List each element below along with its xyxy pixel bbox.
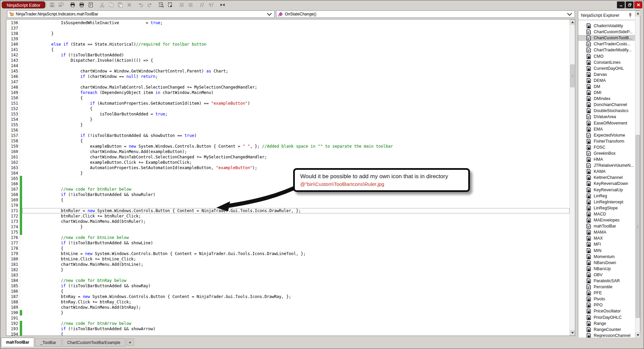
code-line[interactable]: 173 chartWindow.MainMenu.Add(btnRuler); [6, 219, 570, 224]
explorer-item[interactable]: HMA [578, 156, 635, 162]
code-line[interactable]: 136 IsSuspendedWhileInactive = true; [6, 20, 570, 26]
explorer-item[interactable]: Percentile [578, 284, 635, 290]
explorer-item[interactable]: PPO [578, 302, 635, 308]
code-line[interactable]: 177 if (!isToolBarButtonAdded && showLin… [6, 240, 570, 246]
code-line[interactable]: 191 [6, 315, 570, 321]
explorer-item[interactable]: EMA [578, 126, 635, 132]
code-line[interactable]: 156 [6, 128, 570, 133]
code-line[interactable]: 188 btnRay.Click += btnRay_Click; [6, 299, 570, 305]
add-tab-button[interactable]: + [126, 339, 134, 346]
page-setup-button[interactable] [87, 1, 94, 8]
explorer-item[interactable]: ChartCustomToolB... [578, 35, 635, 41]
code-line[interactable]: 144 [6, 63, 570, 68]
explorer-scrollbar-thumb[interactable] [636, 135, 640, 318]
explorer-item[interactable]: RangeCounter [578, 327, 635, 333]
editor-scrollbar-thumb[interactable] [570, 64, 575, 87]
explorer-item[interactable]: ChartCustomSideP... [578, 29, 635, 35]
comment-button[interactable] [198, 1, 206, 8]
explorer-item[interactable]: NBarsDown [578, 260, 635, 266]
close-button[interactable] [634, 1, 642, 8]
code-line[interactable]: 186 { [6, 289, 570, 294]
explorer-item[interactable]: ConstantLines [578, 59, 635, 65]
compile-run-button[interactable] [166, 1, 174, 8]
code-line[interactable]: 143 Dispatcher.Invoke((Action)(() => { [6, 58, 570, 63]
code-line[interactable]: 165 [6, 176, 570, 181]
redo-button[interactable] [146, 1, 153, 8]
code-line[interactable]: 157 if (!isToolBarButtonAdded && showbut… [6, 133, 570, 138]
explorer-item[interactable]: ChartTraderCusto... [578, 41, 635, 47]
explorer-item[interactable]: DEMA [578, 78, 635, 84]
explorer-item[interactable]: KAMA [578, 168, 635, 174]
code-line[interactable]: 180 btnLine.Click += btnLine_Click; [6, 256, 570, 262]
compile-button[interactable] [219, 1, 226, 8]
maximize-button[interactable] [626, 1, 634, 8]
save-button[interactable] [48, 1, 56, 8]
code-line[interactable]: 162 exampleButton.Click += ExampleButton… [6, 160, 570, 165]
explorer-item[interactable]: Momentum [578, 254, 635, 260]
code-line[interactable]: 161 chartWindow.MainTabControl.Selection… [6, 154, 570, 160]
find-button[interactable] [157, 1, 165, 8]
code-line[interactable]: 140 else if (State == State.Historical)/… [6, 42, 570, 47]
explorer-item[interactable]: NBarsUp [578, 266, 635, 272]
explorer-item[interactable]: Range [578, 320, 635, 327]
explorer-item[interactable]: PFE [578, 290, 635, 296]
explorer-item[interactable]: DMIndex [578, 96, 635, 102]
explorer-item[interactable]: CurrentDayOHL [578, 65, 635, 71]
tab-mahToolBar[interactable]: mahToolBar [1, 338, 34, 347]
code-line[interactable]: 146 if (chartWindow == null) return; [6, 74, 570, 79]
scroll-down-button[interactable] [570, 330, 575, 336]
code-line[interactable]: 163 AutomationProperties.SetAutomationId… [6, 165, 570, 170]
code-line[interactable]: 155 } [6, 122, 570, 128]
explorer-item[interactable]: PriceOscillator [578, 308, 635, 314]
code-line[interactable]: 159 exampleButton = new System.Windows.C… [6, 144, 570, 149]
outdent-button[interactable] [178, 1, 185, 8]
scroll-down-button[interactable] [635, 333, 640, 338]
explorer-item[interactable]: ParabolicSAR [578, 278, 635, 284]
print-preview-button[interactable] [78, 1, 85, 8]
code-line[interactable]: 176 //new code for btnLine below [6, 235, 570, 240]
code-line[interactable]: 151 if (AutomationProperties.GetAutomati… [6, 101, 570, 106]
code-line[interactable]: 168 if (!isToolBarButtonAdded && showRul… [6, 192, 570, 197]
editor-vertical-scrollbar[interactable] [570, 19, 575, 336]
code-line[interactable]: 148 chartWindow.MainTabControl.Selection… [6, 85, 570, 90]
explorer-item[interactable]: DM [578, 84, 635, 90]
explorer-item[interactable]: DMI [578, 90, 635, 96]
copy-button[interactable] [107, 1, 115, 8]
pin-icon[interactable] [628, 13, 632, 18]
code-line[interactable]: 179 btnLine = new System.Windows.Control… [6, 251, 570, 256]
undo-button[interactable] [137, 1, 144, 8]
uncomment-button[interactable] [207, 1, 215, 8]
explorer-item[interactable]: LinReg [578, 193, 635, 199]
code-line[interactable]: 182 } [6, 267, 570, 272]
code-line[interactable]: 137 [6, 26, 570, 31]
code-line[interactable]: 187 btnRay = new System.Windows.Controls… [6, 294, 570, 299]
code-line[interactable]: 184 //new code for btnRay below [6, 278, 570, 283]
explorer-item[interactable]: PriorDayOHLC [578, 314, 635, 320]
cut-button[interactable] [98, 1, 106, 8]
code-line[interactable]: 193 if (!isToolBarButtonAdded && showArr… [6, 326, 570, 332]
code-line[interactable]: 145 chartWindow = Window.GetWindow(Chart… [6, 68, 570, 74]
code-line[interactable]: 141 { [6, 47, 570, 52]
explorer-item[interactable]: MAMA [578, 229, 635, 235]
code-line[interactable]: 170 [6, 203, 570, 208]
code-line[interactable]: 164 } [6, 170, 570, 176]
code-line[interactable]: 149 foreach (DependencyObject item in ch… [6, 90, 570, 95]
code-line[interactable]: 178 { [6, 246, 570, 251]
explorer-item[interactable]: MIN [578, 247, 635, 253]
code-line[interactable]: 150 { [6, 95, 570, 101]
scroll-up-button[interactable] [635, 11, 640, 16]
explorer-item[interactable]: MACD [578, 211, 635, 217]
explorer-vertical-scrollbar[interactable] [635, 11, 640, 338]
code-line[interactable]: 185 if (!isToolBarButtonAdded && showRay… [6, 283, 570, 289]
explorer-item[interactable]: DonchianChannel [578, 102, 635, 108]
explorer-item[interactable]: DValueArea [578, 114, 635, 120]
explorer-item[interactable]: KeltnerChannel [578, 174, 635, 181]
explorer-item[interactable]: MAX [578, 235, 635, 241]
explorer-item[interactable]: RegressionChannel [578, 333, 635, 338]
explorer-item[interactable]: LinRegIntercept [578, 199, 635, 205]
explorer-item[interactable]: OBV [578, 272, 635, 278]
delete-button[interactable] [125, 1, 133, 8]
code-line[interactable]: 172 btnRuler.Click += btnRuler_Click; [6, 213, 570, 219]
explorer-item[interactable]: KeyReversalDown [578, 181, 635, 187]
explorer-item[interactable]: CMO [578, 53, 635, 59]
